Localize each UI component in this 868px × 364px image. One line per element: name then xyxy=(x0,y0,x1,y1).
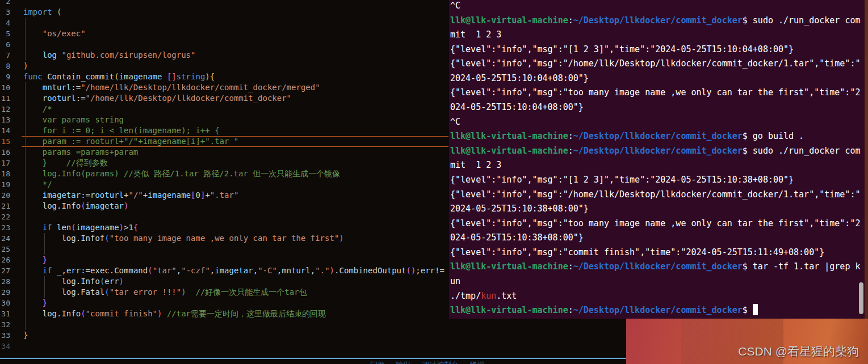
code-text: } //得到参数 xyxy=(23,158,108,168)
terminal-row: {"level":"info","msg":"/home/llk/Desktop… xyxy=(450,57,865,71)
terminal-row: {"level":"info","msg":"[1 2 3]","time":"… xyxy=(450,43,865,57)
line-number[interactable]: 31 xyxy=(0,308,10,319)
line-number[interactable]: 24 xyxy=(0,233,10,244)
terminal-row: 024-05-25T15:10:04+08:00"} xyxy=(450,100,865,115)
code-text: log.Infof("too many image name ,we only … xyxy=(23,233,344,244)
line-number[interactable]: 28 xyxy=(0,276,10,287)
line-number[interactable]: 20 xyxy=(0,190,10,201)
code-text: for i := 0; i < len(imagename); i++ { xyxy=(23,125,220,136)
code-text: if _,err:=exec.Command("tar","-czf",imag… xyxy=(23,265,445,276)
line-number[interactable]: 5 xyxy=(0,28,10,39)
terminal-row: ^C xyxy=(450,115,865,130)
terminal-row: {"level":"info","msg":"[1 2 3]","time":"… xyxy=(450,173,865,188)
code-line[interactable]: 33} xyxy=(0,330,626,341)
terminal-row: un xyxy=(450,274,865,289)
code-text: log.Info("commit finish") //tar需要一定时间，这里… xyxy=(23,308,326,319)
terminal-row: 024-05-25T15:10:38+08:00"} xyxy=(450,231,865,246)
code-text: params =params+param xyxy=(23,147,138,158)
code-text: */ xyxy=(23,179,52,190)
code-line[interactable]: 32 xyxy=(0,319,626,330)
terminal-output[interactable]: ^Cllk@llk-virtual-machine:~/Desktop/llkd… xyxy=(449,0,865,318)
terminal-row: {"level":"info","msg":"too many image na… xyxy=(450,86,865,100)
line-number[interactable]: 26 xyxy=(0,255,10,265)
terminal-window[interactable]: ^Cllk@llk-virtual-machine:~/Desktop/llkd… xyxy=(448,0,865,319)
code-text: } xyxy=(23,255,47,265)
code-text: } xyxy=(23,330,28,341)
line-number[interactable]: 18 xyxy=(0,168,10,179)
line-number[interactable]: 7 xyxy=(0,50,10,61)
line-number[interactable]: 3 xyxy=(0,7,10,18)
terminal-row: ^C xyxy=(450,0,865,14)
watermark: CSDN @看星猩的柴狗 xyxy=(738,344,859,359)
line-number[interactable]: 10 xyxy=(0,82,10,93)
terminal-row: ./tmp/kun.txt xyxy=(450,289,865,304)
line-number[interactable]: 15 xyxy=(0,136,10,147)
panel-top-border xyxy=(0,358,626,359)
terminal-scrollbar[interactable] xyxy=(859,282,863,314)
code-text: ) xyxy=(23,61,28,71)
code-text: /* xyxy=(23,104,52,115)
line-number[interactable]: 34 xyxy=(0,341,10,352)
line-number[interactable]: 19 xyxy=(0,179,10,190)
code-text: imagetar:=rooturl+"/"+imagename[0]+".tar… xyxy=(23,190,238,201)
code-text: import ( xyxy=(23,7,61,18)
line-number[interactable]: 13 xyxy=(0,115,10,125)
line-number[interactable]: 6 xyxy=(0,39,10,50)
terminal-row: llk@llk-virtual-machine:~/Desktop/llkdoc… xyxy=(450,144,865,159)
terminal-row: {"level":"info","msg":"too many image na… xyxy=(450,217,865,231)
code-text: func Contain_commit(imagename []string){ xyxy=(23,71,215,82)
line-number[interactable]: 30 xyxy=(0,298,10,308)
line-number[interactable]: 32 xyxy=(0,319,10,330)
terminal-cursor xyxy=(753,304,758,315)
line-number[interactable]: 23 xyxy=(0,222,10,233)
code-text: log "github.com/sirupsen/logrus" xyxy=(23,50,195,61)
code-text: log.Info(imagetar) xyxy=(23,201,128,211)
line-number[interactable]: 2 xyxy=(0,0,10,7)
terminal-row: llk@llk-virtual-machine:~/Desktop/llkdoc… xyxy=(450,129,865,144)
terminal-row: llk@llk-virtual-machine:~/Desktop/llkdoc… xyxy=(450,14,865,28)
terminal-row: mit 1 2 3 xyxy=(450,28,865,43)
panel-tabs[interactable]: 问题 输出 调试控制台 终端 xyxy=(370,360,620,364)
code-text: if len(imagename)>1{ xyxy=(23,222,138,233)
line-number[interactable]: 11 xyxy=(0,93,10,104)
code-text: var params string xyxy=(23,115,124,125)
terminal-row: {"level":"info","msg":"commit finish","t… xyxy=(450,246,865,260)
line-number[interactable]: 16 xyxy=(0,147,10,158)
code-text: "os/exec" xyxy=(23,28,86,39)
terminal-row: llk@llk-virtual-machine:~/Desktop/llkdoc… xyxy=(450,260,865,274)
code-text: log.Info(err) xyxy=(23,276,124,287)
line-number[interactable]: 4 xyxy=(0,18,10,28)
line-number[interactable]: 27 xyxy=(0,265,10,276)
line-number[interactable]: 33 xyxy=(0,330,10,341)
code-text: log.Fatal("tar error !!!") //好像一次只能生成一个t… xyxy=(23,287,307,298)
line-number[interactable]: 25 xyxy=(0,244,10,255)
code-text: rooturl:="/home/llk/Desktop/llkdocker/co… xyxy=(23,93,291,104)
code-line[interactable]: 34 xyxy=(0,341,626,352)
line-number[interactable]: 12 xyxy=(0,104,10,115)
screen: CSDN @看星猩的柴狗 23import (45 "os/exec"67 lo… xyxy=(0,0,868,364)
terminal-row: 2024-05-25T15:10:04+08:00"} xyxy=(450,71,865,86)
line-number[interactable]: 9 xyxy=(0,71,10,82)
line-number[interactable]: 17 xyxy=(0,158,10,168)
code-text: log.Info(params) //类似 路径/1.tar 路径/2.tar … xyxy=(23,168,340,179)
terminal-row: llk@llk-virtual-machine:~/Desktop/llkdoc… xyxy=(450,303,865,318)
line-number[interactable]: 14 xyxy=(0,125,10,136)
line-number[interactable]: 21 xyxy=(0,201,10,211)
code-text: param := rooturl+"/"+imagename[i]+".tar … xyxy=(23,136,238,147)
code-text: } xyxy=(23,298,47,308)
line-number[interactable]: 22 xyxy=(0,211,10,222)
terminal-row: {"level":"info","msg":"/home/llk/Desktop… xyxy=(450,188,865,202)
line-number[interactable]: 29 xyxy=(0,287,10,298)
code-text: mnturl:="/home/llk/Desktop/llkdocker/com… xyxy=(23,82,320,93)
terminal-row: mit 1 2 3 xyxy=(450,158,865,173)
terminal-row: 2024-05-25T15:10:38+08:00"} xyxy=(450,202,865,217)
line-number[interactable]: 8 xyxy=(0,61,10,71)
